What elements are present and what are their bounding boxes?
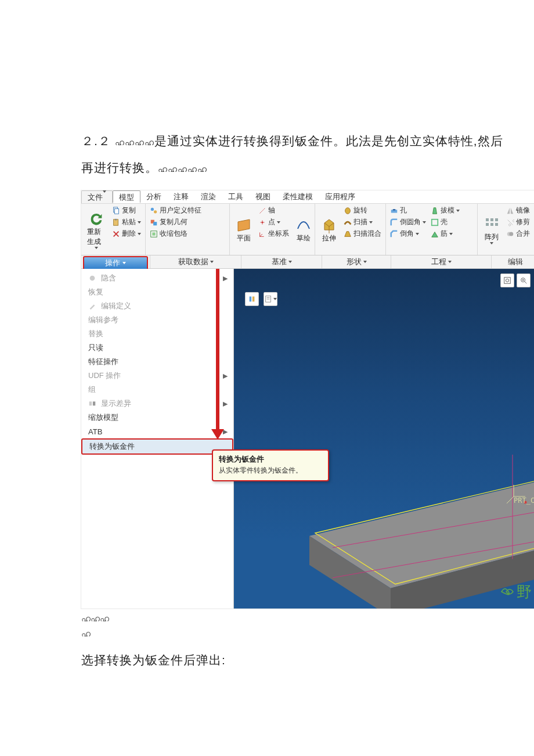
rib-button[interactable]: 筋 xyxy=(429,228,461,239)
round-button[interactable]: 倒圆角 xyxy=(388,217,428,228)
sketch-icon xyxy=(295,217,312,233)
svg-rect-25 xyxy=(89,402,92,406)
view-controls xyxy=(500,273,531,287)
paste-button[interactable]: 粘贴 xyxy=(110,217,143,228)
svg-rect-45 xyxy=(250,297,252,302)
menu-readonly[interactable]: 只读 xyxy=(81,341,233,355)
mini-toolbar xyxy=(245,292,277,306)
mini-tool-1[interactable] xyxy=(245,292,259,306)
tab-analysis[interactable]: 分析 xyxy=(140,190,168,203)
operate-dropdown[interactable]: 操作 xyxy=(83,256,148,271)
sketch-button[interactable]: 草绘 xyxy=(292,205,315,255)
delete-button[interactable]: 删除 xyxy=(110,228,143,239)
hole-button[interactable]: 孔 xyxy=(388,205,428,216)
menu-showdiff[interactable]: 显示差异▶ xyxy=(81,397,233,411)
plane-icon xyxy=(236,217,252,233)
udf-button[interactable]: 用户定义特征 xyxy=(148,205,203,216)
menu-editref[interactable]: 编辑参考 xyxy=(81,313,233,327)
copy-button[interactable]: 复制 xyxy=(110,205,143,216)
zoom-fit-button[interactable] xyxy=(500,273,514,287)
group-eng[interactable]: 工程 xyxy=(391,255,492,268)
menu-hide[interactable]: 隐含▶ xyxy=(81,271,233,285)
menu-group[interactable]: 组 xyxy=(81,383,233,397)
shrinkwrap-icon xyxy=(150,230,158,238)
extrude-icon xyxy=(321,217,337,233)
tab-flex[interactable]: 柔性建模 xyxy=(277,190,319,203)
spacer-glyphs-1: ഹഹഹ xyxy=(0,614,534,624)
trim-icon xyxy=(506,218,514,226)
menu-resume[interactable]: 恢复 xyxy=(81,285,233,299)
sweep-icon xyxy=(344,218,352,226)
tab-view[interactable]: 视图 xyxy=(250,190,277,203)
extrude-button[interactable]: 拉伸 xyxy=(317,205,341,255)
svg-rect-15 xyxy=(432,219,438,226)
menu-atb[interactable]: ATB▶ xyxy=(81,424,233,438)
menu-featop[interactable]: 特征操作 xyxy=(81,355,233,369)
chamfer-button[interactable]: 倒角 xyxy=(388,228,428,239)
sweep-button[interactable]: 扫描 xyxy=(342,217,383,228)
svg-rect-46 xyxy=(252,297,255,302)
svg-point-5 xyxy=(154,210,157,213)
revolve-button[interactable]: 旋转 xyxy=(342,205,383,216)
paragraph-1: ２.２ ഹഹഹഹ是通过实体进行转换得到钣金件。此法是先创立实体特性,然后再进行转… xyxy=(0,128,534,181)
ribbon: 重新生成 复制 粘贴 删除 用户定义特征 复制几何 收缩包络 xyxy=(81,204,534,255)
graphics-canvas[interactable]: PRT_CSYS_DEF 野 xyxy=(234,269,534,609)
edit-icon xyxy=(88,302,96,310)
trim-button[interactable]: 修剪 xyxy=(504,217,532,228)
csys-button[interactable]: 坐标系 xyxy=(257,228,291,239)
group-shape[interactable]: 形状 xyxy=(322,255,391,268)
tab-model[interactable]: 模型 xyxy=(113,190,140,203)
csys-label: PRT_CSYS_DEF xyxy=(514,496,534,505)
zoom-in-icon xyxy=(519,276,528,285)
draft-button[interactable]: 拔模 xyxy=(429,205,461,216)
watermark-icon xyxy=(498,584,515,601)
regenerate-button[interactable]: 重新生成 xyxy=(84,205,109,255)
plane-button[interactable]: 平面 xyxy=(232,205,255,255)
menu-convert-sheetmetal[interactable]: 转换为钣金件 xyxy=(81,438,233,455)
screenshot-creo-ui: 文件 模型 分析 注释 渲染 工具 视图 柔性建模 应用程序 重新生成 xyxy=(81,190,534,609)
mirror-button[interactable]: 镜像 xyxy=(504,205,532,216)
merge-icon xyxy=(506,230,514,238)
shell-button[interactable]: 壳 xyxy=(429,217,461,228)
tab-annotate[interactable]: 注释 xyxy=(168,190,195,203)
pattern-button[interactable]: 阵列 xyxy=(480,205,503,255)
delete-icon xyxy=(112,230,120,238)
svg-rect-19 xyxy=(486,223,489,226)
copy-icon xyxy=(112,207,120,215)
menu-udfop[interactable]: UDF 操作▶ xyxy=(81,369,233,383)
sweepblend-button[interactable]: 扫描混合 xyxy=(342,228,383,239)
menu-replace[interactable]: 替换 xyxy=(81,327,233,341)
tab-file[interactable]: 文件 xyxy=(81,190,113,203)
svg-rect-21 xyxy=(495,223,498,226)
point-icon xyxy=(258,218,266,226)
udf-icon xyxy=(150,207,158,215)
axis-button[interactable]: 轴 xyxy=(257,205,291,216)
svg-rect-17 xyxy=(490,218,493,221)
spacer-glyphs-2: ഹ xyxy=(0,629,534,639)
tab-tools[interactable]: 工具 xyxy=(222,190,250,203)
copygeo-button[interactable]: 复制几何 xyxy=(148,217,203,228)
mirror-icon xyxy=(506,207,514,215)
merge-button[interactable]: 合并 xyxy=(504,228,532,239)
menu-scale[interactable]: 缩放模型 xyxy=(81,411,233,424)
mini-tool-2[interactable] xyxy=(264,292,277,306)
zoom-in-button[interactable] xyxy=(517,273,531,287)
tab-app[interactable]: 应用程序 xyxy=(319,190,362,203)
svg-rect-26 xyxy=(93,402,95,406)
menu-editdef[interactable]: 编辑定义 xyxy=(81,299,233,313)
tool-icon xyxy=(248,295,256,303)
svg-rect-3 xyxy=(116,219,117,221)
point-button[interactable]: 点 xyxy=(257,217,291,228)
svg-rect-27 xyxy=(504,278,511,284)
sweepblend-icon xyxy=(344,230,352,238)
tooltip-body: 从实体零件转换为钣金件。 xyxy=(219,466,322,476)
decor-chars-2: ഹഹഹഹഹ xyxy=(158,165,207,174)
group-datum[interactable]: 基准 xyxy=(241,255,322,268)
regenerate-icon xyxy=(88,211,104,227)
csys-icon xyxy=(258,230,266,238)
tab-render[interactable]: 渲染 xyxy=(195,190,222,203)
shrinkwrap-button[interactable]: 收缩包络 xyxy=(148,228,203,239)
svg-rect-20 xyxy=(490,223,493,226)
tooltip-convert: 转换为钣金件 从实体零件转换为钣金件。 xyxy=(212,449,329,481)
group-getdata[interactable]: 获取数据 xyxy=(150,255,241,268)
